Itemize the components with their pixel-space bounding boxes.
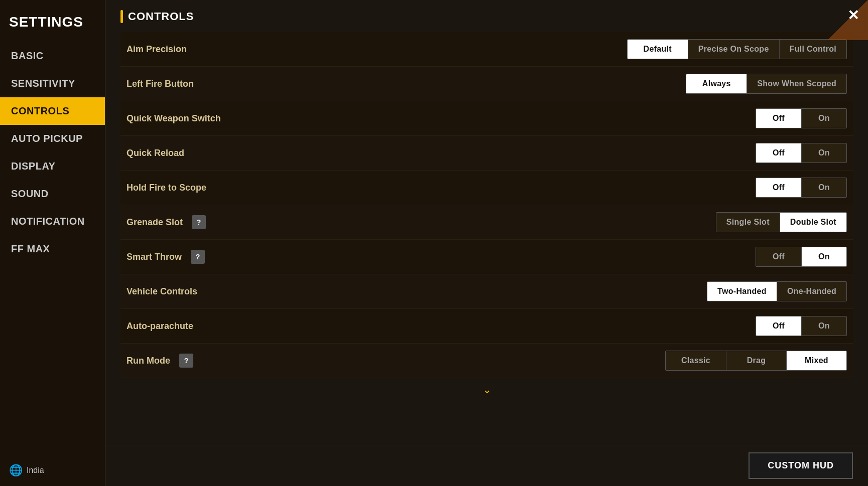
setting-left-fire-button: Left Fire Button Always Show when scoped <box>120 67 853 101</box>
setting-quick-reload: Quick Reload Off On <box>120 136 853 171</box>
smart-throw-toggle: Off On <box>756 247 847 267</box>
run-mode-help-icon[interactable]: ? <box>179 354 193 368</box>
main-panel: ✕ CONTROLS Aim Precision Default Precise… <box>105 0 868 486</box>
run-mode-mixed[interactable]: Mixed <box>786 351 846 370</box>
auto-parachute-on[interactable]: On <box>801 316 846 336</box>
bottom-bar: CUSTOM HUD <box>105 445 868 486</box>
grenade-slot-toggle: Single Slot Double Slot <box>716 212 847 232</box>
setting-run-mode: Run Mode ? Classic Drag Mixed <box>120 344 853 378</box>
setting-vehicle-controls: Vehicle Controls Two-handed One-handed <box>120 274 853 309</box>
grenade-double[interactable]: Double Slot <box>780 213 846 232</box>
left-fire-scoped[interactable]: Show when scoped <box>747 74 846 93</box>
setting-hold-fire-scope: Hold Fire to Scope Off On <box>120 171 853 205</box>
custom-hud-button[interactable]: CUSTOM HUD <box>749 452 853 479</box>
aim-precision-toggle: Default Precise on Scope Full Control <box>627 39 847 59</box>
sidebar-item-ff-max[interactable]: FF MAX <box>0 235 105 263</box>
sidebar-item-sensitivity[interactable]: SENSITIVITY <box>0 70 105 97</box>
grenade-single[interactable]: Single Slot <box>716 213 780 232</box>
hold-fire-toggle: Off On <box>756 178 847 198</box>
setting-grenade-slot: Grenade Slot ? Single Slot Double Slot <box>120 205 853 240</box>
aim-precision-full[interactable]: Full Control <box>779 40 846 59</box>
sidebar-item-basic[interactable]: BASIC <box>0 42 105 70</box>
sidebar-item-notification[interactable]: NOTIFICATION <box>0 208 105 235</box>
smart-throw-off[interactable]: Off <box>756 247 801 266</box>
auto-parachute-off[interactable]: Off <box>756 316 801 336</box>
quick-weapon-on[interactable]: On <box>801 109 846 128</box>
smart-throw-on[interactable]: On <box>801 247 846 266</box>
auto-parachute-toggle: Off On <box>756 316 847 336</box>
left-fire-always[interactable]: Always <box>686 74 747 93</box>
setting-aim-precision: Aim Precision Default Precise on Scope F… <box>120 32 853 67</box>
hold-fire-on[interactable]: On <box>801 178 846 197</box>
setting-auto-parachute: Auto-parachute Off On <box>120 309 853 344</box>
hold-fire-off[interactable]: Off <box>756 178 801 197</box>
sidebar-item-auto-pickup[interactable]: AUTO PICKUP <box>0 125 105 152</box>
aim-precision-default[interactable]: Default <box>628 40 688 59</box>
globe-icon: 🌐 <box>9 464 23 477</box>
quick-reload-off[interactable]: Off <box>756 143 801 163</box>
grenade-slot-help-icon[interactable]: ? <box>192 215 206 229</box>
run-mode-drag[interactable]: Drag <box>726 351 786 370</box>
vehicle-controls-toggle: Two-handed One-handed <box>707 281 847 301</box>
sidebar-item-controls[interactable]: CONTROLS <box>0 97 105 125</box>
content-area: CONTROLS Aim Precision Default Precise o… <box>105 0 868 445</box>
scroll-down-icon: ⌄ <box>120 378 853 401</box>
sidebar-footer: 🌐 India <box>0 455 105 486</box>
left-fire-toggle: Always Show when scoped <box>686 74 847 94</box>
close-button[interactable]: ✕ <box>843 5 863 25</box>
app-title: SETTINGS <box>0 5 105 42</box>
quick-weapon-off[interactable]: Off <box>756 109 801 128</box>
setting-smart-throw: Smart Throw ? Off On <box>120 240 853 274</box>
settings-list: Aim Precision Default Precise on Scope F… <box>120 32 853 378</box>
quick-reload-toggle: Off On <box>756 143 847 163</box>
aim-precision-precise[interactable]: Precise on Scope <box>688 40 779 59</box>
sidebar-item-sound[interactable]: SOUND <box>0 180 105 208</box>
vehicle-one-handed[interactable]: One-handed <box>777 282 846 301</box>
run-mode-toggle: Classic Drag Mixed <box>665 351 847 371</box>
section-title: CONTROLS <box>120 10 853 23</box>
run-mode-classic[interactable]: Classic <box>666 351 726 370</box>
sidebar-item-display[interactable]: DISPLAY <box>0 152 105 180</box>
region-label: India <box>27 466 44 475</box>
quick-weapon-toggle: Off On <box>756 108 847 128</box>
vehicle-two-handed[interactable]: Two-handed <box>707 282 777 301</box>
smart-throw-help-icon[interactable]: ? <box>191 250 205 264</box>
sidebar: SETTINGS BASIC SENSITIVITY CONTROLS AUTO… <box>0 0 105 486</box>
setting-quick-weapon-switch: Quick Weapon Switch Off On <box>120 101 853 136</box>
quick-reload-on[interactable]: On <box>801 143 846 163</box>
